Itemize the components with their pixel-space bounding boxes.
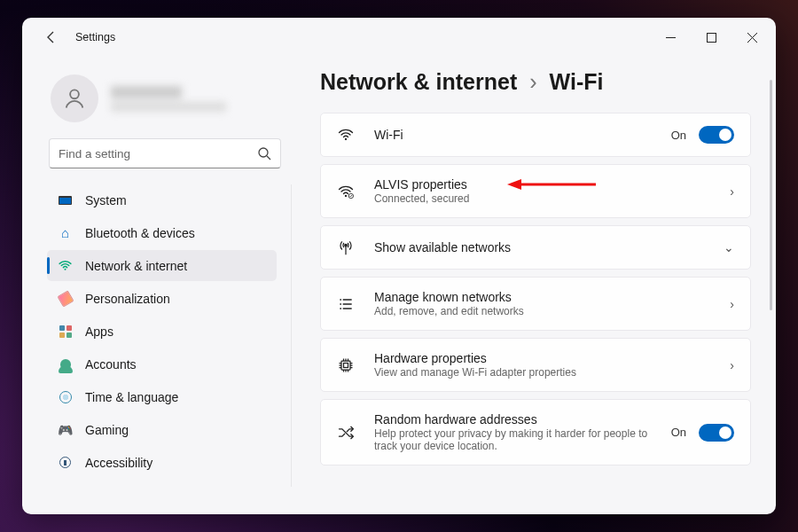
sidebar-item-personalization[interactable]: Personalization	[47, 283, 277, 314]
svg-rect-10	[341, 361, 350, 370]
card-title: Hardware properties	[374, 351, 710, 365]
sidebar-item-label: Time & language	[85, 390, 178, 404]
random-addresses-toggle[interactable]	[699, 424, 734, 442]
wifi-toggle-card[interactable]: Wi-Fi On	[320, 113, 751, 157]
profile-section[interactable]	[47, 66, 292, 138]
sidebar: System ⌂ Bluetooth & devices Network & i…	[22, 57, 297, 514]
maximize-button[interactable]	[691, 23, 732, 51]
avatar	[51, 74, 98, 122]
wifi-icon	[337, 126, 355, 144]
sidebar-item-label: Gaming	[85, 423, 129, 437]
chevron-right-icon: ›	[730, 358, 734, 372]
card-title: Show available networks	[374, 240, 704, 254]
svg-point-9	[345, 244, 348, 246]
personalization-icon	[58, 291, 73, 306]
card-title: Manage known networks	[374, 290, 710, 304]
window-title: Settings	[75, 31, 115, 43]
titlebar: Settings	[22, 18, 776, 57]
card-title: ALVIS properties	[374, 177, 710, 192]
accounts-icon	[58, 356, 73, 372]
sidebar-item-apps[interactable]: Apps	[47, 316, 277, 347]
sidebar-item-label: Accounts	[85, 357, 137, 372]
sidebar-item-label: Apps	[85, 325, 113, 339]
manage-known-networks-card[interactable]: Manage known networks Add, remove, and e…	[320, 277, 751, 331]
breadcrumb-current: Wi-Fi	[550, 69, 604, 95]
sidebar-item-gaming[interactable]: 🎮 Gaming	[47, 414, 277, 445]
sidebar-item-accessibility[interactable]: Accessibility	[47, 447, 277, 478]
sidebar-item-time[interactable]: Time & language	[47, 381, 277, 412]
network-properties-card[interactable]: ALVIS properties Connected, secured ›	[320, 164, 751, 218]
random-hardware-addresses-card[interactable]: Random hardware addresses Help protect y…	[320, 399, 751, 466]
card-subtitle: Add, remove, and edit networks	[374, 305, 710, 317]
window-controls	[650, 23, 772, 51]
gaming-icon: 🎮	[58, 422, 73, 437]
accessibility-icon	[58, 455, 73, 470]
chip-icon	[337, 356, 355, 374]
shuffle-icon	[337, 424, 355, 442]
svg-point-4	[345, 138, 347, 140]
toggle-state-label: On	[671, 129, 686, 142]
settings-window: Settings	[22, 18, 776, 514]
sidebar-item-label: Network & internet	[85, 259, 187, 273]
nav-list: System ⌂ Bluetooth & devices Network & i…	[47, 184, 292, 487]
toggle-state-label: On	[671, 426, 686, 439]
sidebar-item-label: Accessibility	[85, 456, 153, 470]
system-icon	[58, 192, 73, 207]
sidebar-item-label: System	[85, 193, 127, 207]
sidebar-item-network[interactable]: Network & internet	[47, 250, 277, 281]
breadcrumb-parent[interactable]: Network & internet	[320, 69, 517, 95]
antenna-icon	[337, 239, 355, 256]
bluetooth-icon: ⌂	[58, 225, 73, 240]
sidebar-item-label: Personalization	[85, 292, 170, 306]
sidebar-item-bluetooth[interactable]: ⌂ Bluetooth & devices	[47, 217, 277, 248]
sidebar-item-accounts[interactable]: Accounts	[47, 348, 277, 379]
svg-point-3	[65, 269, 66, 270]
chevron-right-icon: ›	[730, 184, 734, 199]
profile-info	[111, 86, 226, 112]
wifi-toggle[interactable]	[699, 126, 734, 144]
show-available-networks-card[interactable]: Show available networks ⌄	[320, 225, 751, 270]
list-icon	[337, 295, 355, 313]
card-subtitle: Help protect your privacy by making it h…	[374, 427, 652, 452]
chevron-right-icon: ›	[529, 69, 536, 95]
minimize-button[interactable]	[650, 23, 691, 51]
sidebar-item-label: Bluetooth & devices	[85, 226, 195, 240]
chevron-down-icon: ⌄	[724, 240, 734, 254]
svg-rect-11	[344, 363, 348, 367]
breadcrumb: Network & internet › Wi-Fi	[320, 69, 767, 95]
close-button[interactable]	[732, 23, 772, 51]
search-icon	[257, 146, 271, 160]
sidebar-item-system[interactable]: System	[47, 184, 277, 215]
card-title: Wi-Fi	[374, 128, 652, 142]
svg-rect-0	[707, 33, 716, 42]
card-title: Random hardware addresses	[374, 412, 652, 426]
back-button[interactable]	[38, 24, 65, 51]
time-icon	[58, 389, 73, 404]
main-content: Network & internet › Wi-Fi Wi-Fi On	[297, 57, 776, 514]
search-input[interactable]	[59, 147, 257, 160]
card-subtitle: Connected, secured	[374, 192, 710, 205]
settings-list[interactable]: Wi-Fi On ALVIS properties Connected, sec…	[320, 113, 767, 514]
search-box[interactable]	[49, 138, 281, 168]
svg-point-5	[345, 194, 347, 196]
svg-point-2	[259, 148, 268, 157]
wifi-icon	[58, 258, 73, 273]
scrollbar[interactable]	[770, 80, 772, 310]
apps-icon	[58, 324, 73, 339]
hardware-properties-card[interactable]: Hardware properties View and manage Wi-F…	[320, 338, 751, 392]
wifi-connected-icon	[337, 183, 355, 200]
card-subtitle: View and manage Wi-Fi adapter properties	[374, 366, 710, 379]
svg-point-1	[70, 90, 79, 98]
chevron-right-icon: ›	[730, 297, 734, 311]
